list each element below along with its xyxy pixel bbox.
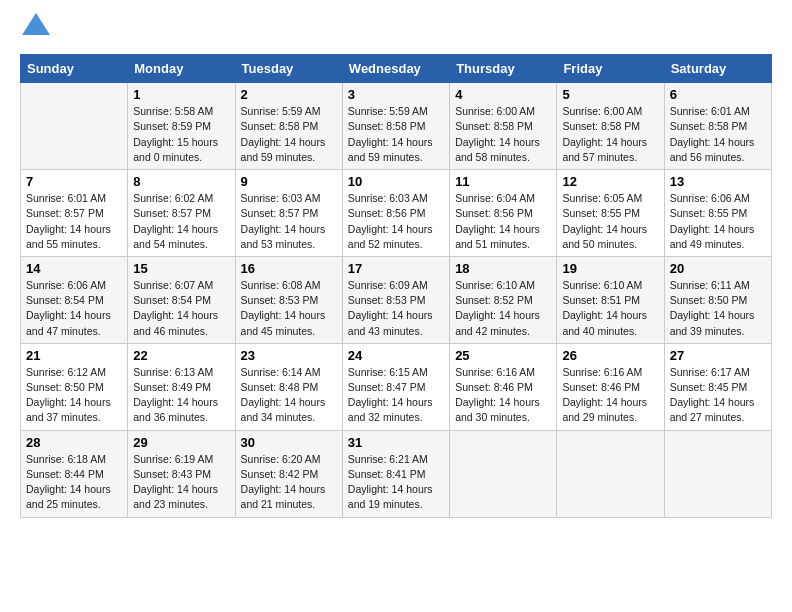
day-info: Sunrise: 6:12 AM Sunset: 8:50 PM Dayligh… [26,365,122,426]
day-info: Sunrise: 5:59 AM Sunset: 8:58 PM Dayligh… [348,104,444,165]
day-info: Sunrise: 5:59 AM Sunset: 8:58 PM Dayligh… [241,104,337,165]
day-number: 5 [562,87,658,102]
calendar-day-cell: 12Sunrise: 6:05 AM Sunset: 8:55 PM Dayli… [557,170,664,257]
page-header [20,20,772,44]
empty-cell [557,430,664,517]
day-number: 14 [26,261,122,276]
day-info: Sunrise: 5:58 AM Sunset: 8:59 PM Dayligh… [133,104,229,165]
day-number: 15 [133,261,229,276]
calendar-day-cell: 25Sunrise: 6:16 AM Sunset: 8:46 PM Dayli… [450,343,557,430]
calendar-day-cell: 28Sunrise: 6:18 AM Sunset: 8:44 PM Dayli… [21,430,128,517]
day-info: Sunrise: 6:06 AM Sunset: 8:55 PM Dayligh… [670,191,766,252]
calendar-week-row: 7Sunrise: 6:01 AM Sunset: 8:57 PM Daylig… [21,170,772,257]
day-info: Sunrise: 6:20 AM Sunset: 8:42 PM Dayligh… [241,452,337,513]
column-header-thursday: Thursday [450,55,557,83]
day-number: 8 [133,174,229,189]
day-number: 31 [348,435,444,450]
calendar-week-row: 14Sunrise: 6:06 AM Sunset: 8:54 PM Dayli… [21,256,772,343]
day-number: 18 [455,261,551,276]
day-number: 13 [670,174,766,189]
calendar-day-cell: 3Sunrise: 5:59 AM Sunset: 8:58 PM Daylig… [342,83,449,170]
day-info: Sunrise: 6:01 AM Sunset: 8:58 PM Dayligh… [670,104,766,165]
day-info: Sunrise: 6:13 AM Sunset: 8:49 PM Dayligh… [133,365,229,426]
day-number: 19 [562,261,658,276]
calendar-day-cell: 31Sunrise: 6:21 AM Sunset: 8:41 PM Dayli… [342,430,449,517]
day-number: 10 [348,174,444,189]
calendar-day-cell: 17Sunrise: 6:09 AM Sunset: 8:53 PM Dayli… [342,256,449,343]
day-number: 1 [133,87,229,102]
calendar-day-cell: 6Sunrise: 6:01 AM Sunset: 8:58 PM Daylig… [664,83,771,170]
calendar-day-cell: 19Sunrise: 6:10 AM Sunset: 8:51 PM Dayli… [557,256,664,343]
day-info: Sunrise: 6:06 AM Sunset: 8:54 PM Dayligh… [26,278,122,339]
column-header-tuesday: Tuesday [235,55,342,83]
day-number: 26 [562,348,658,363]
column-header-saturday: Saturday [664,55,771,83]
calendar-day-cell: 29Sunrise: 6:19 AM Sunset: 8:43 PM Dayli… [128,430,235,517]
calendar-day-cell: 4Sunrise: 6:00 AM Sunset: 8:58 PM Daylig… [450,83,557,170]
day-number: 23 [241,348,337,363]
calendar-day-cell: 7Sunrise: 6:01 AM Sunset: 8:57 PM Daylig… [21,170,128,257]
day-info: Sunrise: 6:15 AM Sunset: 8:47 PM Dayligh… [348,365,444,426]
column-header-friday: Friday [557,55,664,83]
calendar-day-cell: 26Sunrise: 6:16 AM Sunset: 8:46 PM Dayli… [557,343,664,430]
day-info: Sunrise: 6:09 AM Sunset: 8:53 PM Dayligh… [348,278,444,339]
calendar-day-cell: 14Sunrise: 6:06 AM Sunset: 8:54 PM Dayli… [21,256,128,343]
calendar-day-cell: 16Sunrise: 6:08 AM Sunset: 8:53 PM Dayli… [235,256,342,343]
day-info: Sunrise: 6:07 AM Sunset: 8:54 PM Dayligh… [133,278,229,339]
calendar-day-cell: 18Sunrise: 6:10 AM Sunset: 8:52 PM Dayli… [450,256,557,343]
logo-icon [22,13,50,35]
day-info: Sunrise: 6:03 AM Sunset: 8:56 PM Dayligh… [348,191,444,252]
calendar-week-row: 1Sunrise: 5:58 AM Sunset: 8:59 PM Daylig… [21,83,772,170]
day-number: 21 [26,348,122,363]
day-number: 29 [133,435,229,450]
column-header-sunday: Sunday [21,55,128,83]
calendar-day-cell: 24Sunrise: 6:15 AM Sunset: 8:47 PM Dayli… [342,343,449,430]
day-info: Sunrise: 6:21 AM Sunset: 8:41 PM Dayligh… [348,452,444,513]
day-info: Sunrise: 6:16 AM Sunset: 8:46 PM Dayligh… [562,365,658,426]
day-info: Sunrise: 6:16 AM Sunset: 8:46 PM Dayligh… [455,365,551,426]
day-info: Sunrise: 6:10 AM Sunset: 8:52 PM Dayligh… [455,278,551,339]
calendar-day-cell: 1Sunrise: 5:58 AM Sunset: 8:59 PM Daylig… [128,83,235,170]
day-number: 16 [241,261,337,276]
calendar-day-cell: 21Sunrise: 6:12 AM Sunset: 8:50 PM Dayli… [21,343,128,430]
day-info: Sunrise: 6:01 AM Sunset: 8:57 PM Dayligh… [26,191,122,252]
empty-cell [450,430,557,517]
day-info: Sunrise: 6:14 AM Sunset: 8:48 PM Dayligh… [241,365,337,426]
calendar-day-cell: 13Sunrise: 6:06 AM Sunset: 8:55 PM Dayli… [664,170,771,257]
calendar-day-cell: 15Sunrise: 6:07 AM Sunset: 8:54 PM Dayli… [128,256,235,343]
day-number: 2 [241,87,337,102]
empty-cell [21,83,128,170]
calendar-day-cell: 22Sunrise: 6:13 AM Sunset: 8:49 PM Dayli… [128,343,235,430]
day-info: Sunrise: 6:05 AM Sunset: 8:55 PM Dayligh… [562,191,658,252]
day-number: 17 [348,261,444,276]
day-number: 28 [26,435,122,450]
day-number: 20 [670,261,766,276]
day-number: 22 [133,348,229,363]
day-info: Sunrise: 6:18 AM Sunset: 8:44 PM Dayligh… [26,452,122,513]
calendar-day-cell: 2Sunrise: 5:59 AM Sunset: 8:58 PM Daylig… [235,83,342,170]
day-number: 6 [670,87,766,102]
calendar-day-cell: 10Sunrise: 6:03 AM Sunset: 8:56 PM Dayli… [342,170,449,257]
column-header-monday: Monday [128,55,235,83]
day-info: Sunrise: 6:11 AM Sunset: 8:50 PM Dayligh… [670,278,766,339]
day-info: Sunrise: 6:17 AM Sunset: 8:45 PM Dayligh… [670,365,766,426]
day-number: 12 [562,174,658,189]
calendar-table: SundayMondayTuesdayWednesdayThursdayFrid… [20,54,772,517]
day-number: 27 [670,348,766,363]
day-info: Sunrise: 6:04 AM Sunset: 8:56 PM Dayligh… [455,191,551,252]
calendar-day-cell: 5Sunrise: 6:00 AM Sunset: 8:58 PM Daylig… [557,83,664,170]
calendar-header-row: SundayMondayTuesdayWednesdayThursdayFrid… [21,55,772,83]
calendar-week-row: 28Sunrise: 6:18 AM Sunset: 8:44 PM Dayli… [21,430,772,517]
day-info: Sunrise: 6:02 AM Sunset: 8:57 PM Dayligh… [133,191,229,252]
day-number: 9 [241,174,337,189]
day-number: 7 [26,174,122,189]
calendar-day-cell: 20Sunrise: 6:11 AM Sunset: 8:50 PM Dayli… [664,256,771,343]
empty-cell [664,430,771,517]
calendar-week-row: 21Sunrise: 6:12 AM Sunset: 8:50 PM Dayli… [21,343,772,430]
logo [20,20,50,44]
calendar-day-cell: 23Sunrise: 6:14 AM Sunset: 8:48 PM Dayli… [235,343,342,430]
calendar-day-cell: 27Sunrise: 6:17 AM Sunset: 8:45 PM Dayli… [664,343,771,430]
day-info: Sunrise: 6:03 AM Sunset: 8:57 PM Dayligh… [241,191,337,252]
day-number: 25 [455,348,551,363]
column-header-wednesday: Wednesday [342,55,449,83]
